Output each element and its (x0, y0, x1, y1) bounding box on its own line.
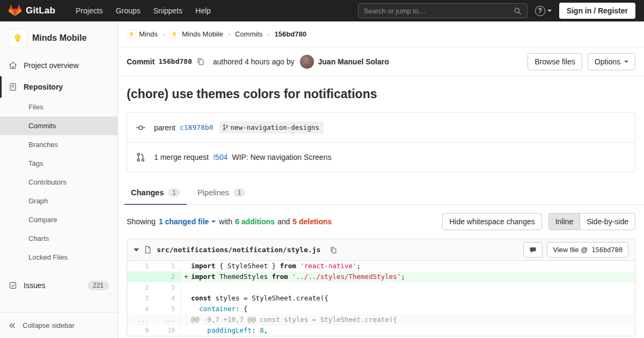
diff-code: +import ThemedStyles from '../../styles/… (181, 271, 635, 282)
and-label: and (277, 217, 290, 226)
sidebar-subitem-commits[interactable]: Commits (0, 116, 118, 135)
sidebar-subitem-compare[interactable]: Compare (0, 210, 118, 229)
options-dropdown-button[interactable]: Options (588, 53, 635, 70)
mr-id-link[interactable]: !504 (213, 153, 228, 161)
author-avatar[interactable] (300, 55, 314, 69)
project-avatar (9, 29, 27, 47)
diff-marker (184, 304, 191, 314)
breadcrumb-item-minds[interactable]: Minds (127, 30, 158, 39)
diff-code: paddingLeft: 8, (181, 325, 635, 336)
help-icon: ? (535, 6, 545, 16)
file-path[interactable]: src/notifications/notification/style.js (157, 246, 320, 254)
old-line-number[interactable]: 1 (127, 261, 154, 271)
nav-menu-snippets[interactable]: Snippets (147, 1, 189, 20)
old-line-number[interactable]: 4 (127, 304, 154, 314)
tab-pipelines[interactable]: Pipelines1 (189, 181, 254, 204)
project-avatar (170, 30, 179, 39)
authored-text: authored 4 hours ago by (213, 57, 295, 66)
parent-label: parent (154, 123, 175, 132)
old-line-number[interactable]: 9 (127, 325, 154, 336)
new-line-number[interactable]: 2 (154, 271, 181, 282)
copy-file-path-button[interactable] (328, 245, 338, 255)
sidebar-item-project-overview[interactable]: Project overview (0, 55, 118, 76)
tab-count-badge: 1 (168, 188, 180, 197)
inline-view-button[interactable]: Inline (548, 213, 580, 230)
issues-icon (9, 281, 17, 290)
diff-code: const styles = StyleSheet.create({ (181, 293, 635, 304)
diff-marker (184, 325, 191, 336)
new-line-number[interactable]: 3 (154, 282, 181, 293)
sidebar-item-issues[interactable]: Issues 221 (0, 274, 118, 297)
new-line-number[interactable]: 4 (154, 293, 181, 304)
breadcrumb-item-commits[interactable]: Commits (235, 30, 262, 38)
commit-label: Commit (127, 57, 155, 66)
collapse-icon (9, 322, 16, 329)
sidebar-subitem-branches[interactable]: Branches (0, 135, 118, 154)
tab-count-badge: 1 (233, 188, 246, 197)
search-input[interactable] (364, 7, 509, 15)
diff-summary: Showing 1 changed file with 6 additions … (118, 205, 644, 238)
diff-line: ...... @@ -9,7 +10,7 @@ const styles = S… (127, 314, 635, 325)
help-dropdown[interactable]: ? (535, 6, 552, 16)
new-line-number[interactable]: 10 (154, 325, 181, 336)
nav-menu-help[interactable]: Help (189, 1, 217, 20)
sidebar-subitem-graph[interactable]: Graph (0, 192, 118, 210)
nav-menu-groups[interactable]: Groups (109, 1, 147, 20)
old-line-number[interactable]: 3 (127, 293, 154, 304)
with-label: with (219, 217, 232, 226)
nav-menu-projects[interactable]: Projects (69, 1, 109, 20)
diff-marker (184, 314, 191, 325)
side-by-side-view-button[interactable]: Side-by-side (580, 213, 635, 230)
commit-sha: 156bd780 (158, 57, 192, 65)
repository-submenu: FilesCommitsBranchesTagsContributorsGrap… (0, 98, 118, 267)
changed-files-dropdown[interactable]: 1 changed file (159, 217, 216, 226)
diff-line: 45 container: { (127, 304, 635, 314)
tab-label: Changes (131, 188, 164, 197)
sidebar-subitem-charts[interactable]: Charts (0, 229, 118, 248)
author-name[interactable]: Juan Manuel Solaro (318, 57, 389, 66)
parent-sha-link[interactable]: c18978b0 (180, 123, 214, 131)
sidebar-item-label: Issues (24, 281, 45, 290)
sign-in-button[interactable]: Sign in / Register (559, 3, 635, 19)
new-line-number: ... (154, 314, 181, 325)
repository-icon (9, 83, 17, 91)
old-line-number[interactable] (127, 271, 154, 282)
old-line-number[interactable]: 2 (127, 282, 154, 293)
commit-info-box: parent c18978b0 new-navigation-designs 1… (127, 112, 635, 172)
diff-file-header: src/notifications/notification/style.js … (127, 239, 635, 261)
hide-whitespace-button[interactable]: Hide whitespace changes (442, 213, 542, 230)
sidebar-subitem-files[interactable]: Files (0, 98, 118, 116)
view-file-button[interactable]: View file @ 156bd780 (547, 242, 628, 258)
sidebar-subitem-tags[interactable]: Tags (0, 154, 118, 173)
new-line-number[interactable]: 1 (154, 261, 181, 271)
chevron-down-icon (547, 10, 552, 12)
mr-count-text: 1 merge request (154, 153, 209, 161)
browse-files-button[interactable]: Browse files (528, 53, 582, 70)
diff-line: 910 paddingLeft: 8, (127, 325, 635, 336)
sidebar-subitem-contributors[interactable]: Contributors (0, 173, 118, 192)
copy-sha-button[interactable] (195, 56, 206, 67)
branch-ref-chip[interactable]: new-navigation-designs (219, 121, 324, 134)
gitlab-home-link[interactable]: GitLab (9, 4, 55, 17)
collapse-diff-icon[interactable] (134, 248, 139, 252)
commit-icon (136, 123, 145, 133)
file-icon (144, 246, 152, 254)
comment-button[interactable] (523, 242, 543, 258)
breadcrumb-label: Minds (139, 30, 158, 38)
chevron-down-icon (624, 61, 628, 63)
collapse-sidebar-button[interactable]: Collapse sidebar (0, 312, 118, 338)
new-line-number[interactable]: 5 (154, 304, 181, 314)
sidebar-subitem-locked-files[interactable]: Locked Files (0, 248, 118, 267)
sidebar-item-repository[interactable]: Repository (0, 76, 118, 98)
tab-changes[interactable]: Changes1 (122, 181, 189, 204)
sidebar-item-label: Project overview (24, 61, 79, 70)
global-search[interactable] (358, 3, 528, 18)
search-icon[interactable] (514, 7, 522, 15)
commit-tabs: Changes1Pipelines1 (118, 181, 644, 205)
breadcrumb-current-sha: 156bd780 (275, 30, 306, 38)
old-line-number: ... (127, 314, 154, 325)
diff-view-controls: Hide whitespace changes Inline Side-by-s… (442, 213, 635, 230)
project-header[interactable]: Minds Mobile (0, 21, 118, 55)
breadcrumb-item-minds-mobile[interactable]: Minds Mobile (170, 30, 223, 39)
diff-file: src/notifications/notification/style.js … (127, 239, 635, 336)
